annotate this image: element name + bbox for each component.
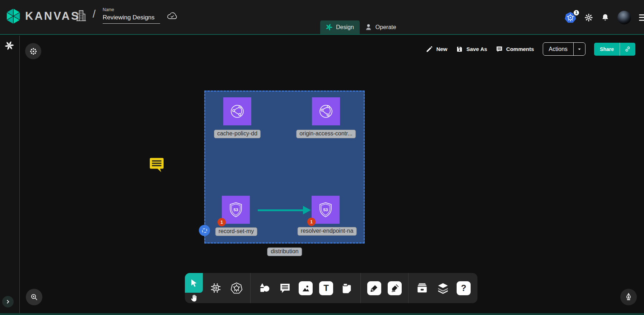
share-label[interactable]: Share <box>594 43 620 56</box>
image-tool[interactable] <box>299 281 313 295</box>
node-label[interactable]: cache-policy-dd <box>214 130 261 138</box>
toolbar-items: T <box>203 273 471 303</box>
node-record-set[interactable]: 53 <box>222 196 250 224</box>
node-error-badge[interactable]: 1 <box>218 218 226 226</box>
pencil-icon <box>426 46 433 53</box>
tab-operate[interactable]: Operate <box>360 20 402 34</box>
kanvas-app: KANVAS / Name <box>0 0 644 315</box>
save-as-button[interactable]: Save As <box>456 46 487 53</box>
node-label[interactable]: origin-access-contr... <box>296 130 356 138</box>
actions-label[interactable]: Actions <box>543 43 573 55</box>
group-label-distribution[interactable]: distribution <box>267 247 302 256</box>
actions-dropdown-caret[interactable] <box>573 43 585 55</box>
note-tool[interactable] <box>340 281 354 295</box>
comments-icon <box>496 46 503 53</box>
text-tool[interactable]: T <box>319 281 333 295</box>
components-tool[interactable] <box>209 281 223 295</box>
pointer-tools <box>185 273 203 303</box>
kubernetes-tool[interactable] <box>229 281 244 295</box>
node-label[interactable]: record-set-my <box>215 227 257 236</box>
pencil-scribble-icon <box>390 283 400 293</box>
new-button[interactable]: New <box>426 46 447 53</box>
tab-design[interactable]: Design <box>320 20 360 34</box>
node-label[interactable]: resolver-endpoint-na <box>298 227 357 236</box>
bottom-toolbar: T <box>185 273 477 303</box>
copy-link-button[interactable] <box>620 43 635 56</box>
operate-person-icon <box>365 23 372 31</box>
actions-split-button[interactable]: Actions <box>543 42 585 56</box>
comment-bubble-icon <box>279 282 291 294</box>
floppy-save-icon <box>456 46 463 53</box>
route53-number: 53 <box>234 207 238 212</box>
freehand-draw-tool[interactable] <box>388 281 402 295</box>
organization-icon[interactable] <box>75 9 87 22</box>
image-icon <box>301 283 311 293</box>
design-name-input[interactable] <box>103 13 160 24</box>
route53-shield-icon: 53 <box>226 200 246 220</box>
hand-icon <box>190 294 198 302</box>
pen-nib-icon <box>624 293 633 301</box>
node-error-badge[interactable]: 1 <box>307 218 316 226</box>
canvas-comment-marker[interactable] <box>149 157 165 173</box>
node-origin-access[interactable] <box>312 97 340 125</box>
cloudfront-globe-icon <box>316 101 336 121</box>
menu-hamburger-icon[interactable] <box>639 14 644 21</box>
shapes-tool[interactable] <box>257 281 271 295</box>
sticky-note-icon <box>341 282 353 294</box>
toolbar-divider <box>408 273 409 303</box>
magnifier-plus-icon <box>30 293 38 301</box>
layers-icon <box>437 282 449 294</box>
design-name-label: Name <box>103 7 161 12</box>
sidebar-expand-button[interactable] <box>2 296 14 307</box>
comments-button[interactable]: Comments <box>496 46 534 53</box>
node-cache-policy[interactable] <box>223 97 251 125</box>
design-name-block: Name <box>103 7 161 24</box>
footer-accent-strip <box>0 313 644 315</box>
dashed-square-icon <box>202 228 207 233</box>
route53-number: 53 <box>323 207 328 212</box>
comment-tool[interactable] <box>278 281 292 295</box>
new-label: New <box>436 46 447 52</box>
text-tool-glyph: T <box>323 284 329 292</box>
zoom-in-button[interactable] <box>26 289 42 305</box>
help-tool[interactable]: ? <box>457 281 471 295</box>
edge-arrowhead <box>303 206 311 214</box>
kubernetes-context-button[interactable]: 1 <box>564 11 577 24</box>
comments-label: Comments <box>506 46 534 52</box>
select-tool[interactable] <box>185 273 203 293</box>
kanvas-logo[interactable]: KANVAS <box>5 7 80 25</box>
canvas-widgets-button[interactable] <box>25 43 41 59</box>
design-swirl-icon <box>325 23 333 31</box>
kanvas-logo-icon <box>5 7 22 25</box>
flower-icon <box>29 47 38 56</box>
toolbar-divider <box>250 273 251 303</box>
toolbar-divider <box>360 273 361 303</box>
cloudfront-globe-icon <box>227 101 247 121</box>
meshery-swirl-icon[interactable] <box>4 41 14 51</box>
selected-group-distribution[interactable]: 53 53 cache-policy-dd origin-access-cont… <box>204 91 365 244</box>
header-right-actions: 1 <box>564 0 640 35</box>
archive-drawer-icon <box>416 282 428 294</box>
chip-icon <box>210 282 222 294</box>
kubernetes-wheel-icon <box>230 282 243 294</box>
notifications-bell-icon[interactable] <box>601 13 610 22</box>
mode-tabs: Design Operate <box>320 20 402 34</box>
whiteboard-pen-button[interactable] <box>620 289 637 305</box>
help-tool-glyph: ? <box>461 284 466 292</box>
group-side-handle[interactable] <box>199 225 210 236</box>
user-avatar[interactable] <box>617 11 631 24</box>
edge-pen-tool[interactable] <box>367 281 381 295</box>
drawer-tool[interactable] <box>415 281 429 295</box>
node-resolver-endpoint[interactable]: 53 <box>312 196 340 224</box>
edge-record-to-resolver[interactable] <box>258 209 304 211</box>
settings-gear-icon[interactable] <box>584 13 593 22</box>
share-button[interactable]: Share <box>594 43 635 56</box>
layers-tool[interactable] <box>436 281 450 295</box>
kubernetes-context-badge: 1 <box>573 9 580 16</box>
pan-tool[interactable] <box>185 293 203 303</box>
shapes-icon <box>258 282 270 294</box>
app-header: KANVAS / Name <box>0 0 644 35</box>
tab-operate-label: Operate <box>375 24 396 31</box>
design-canvas[interactable]: 53 53 cache-policy-dd origin-access-cont… <box>20 36 644 313</box>
link-icon <box>624 46 631 52</box>
